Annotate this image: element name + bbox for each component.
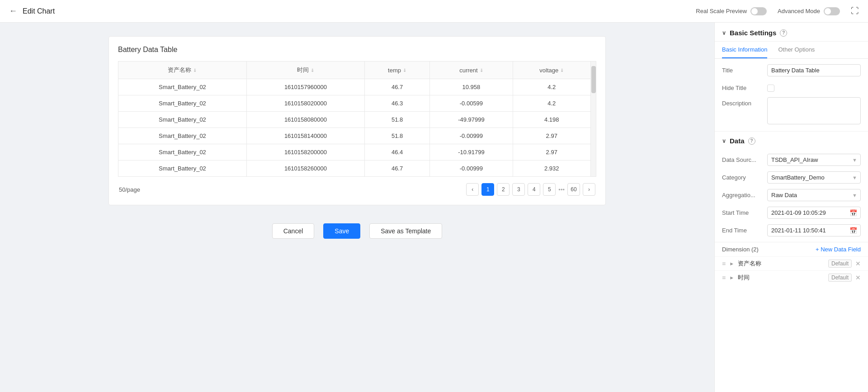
data-source-select[interactable]: TSDB_API_AIraw (767, 154, 861, 166)
title-row: Title (722, 64, 861, 76)
start-time-label: Start Time (722, 207, 763, 216)
page-prev-button[interactable]: ‹ (466, 183, 479, 196)
data-source-row: Data Sourc... TSDB_API_AIraw ▼ (722, 154, 861, 166)
topbar: ← Edit Chart Real Scale Preview Advanced… (0, 0, 868, 23)
fullscreen-icon[interactable]: ⛶ (851, 6, 859, 16)
start-time-input[interactable] (767, 207, 861, 219)
table-header-cell: temp⇓ (364, 61, 429, 79)
hide-title-checkbox[interactable] (767, 85, 774, 92)
back-button[interactable]: ← (9, 6, 17, 16)
table-scroll-container[interactable]: 资产名称⇓时间⇓temp⇓current⇓voltage⇓ Smart_Batt… (118, 61, 590, 176)
page-1-button[interactable]: 1 (481, 183, 494, 196)
table-cell: 1610158020000 (246, 95, 364, 112)
hide-title-label: Hide Title (722, 82, 763, 91)
advanced-mode-toggle-group: Advanced Mode (778, 7, 840, 15)
table-cell: 1610157960000 (246, 79, 364, 95)
expand-arrow-icon[interactable]: ► (729, 275, 734, 280)
page-size-label: 50/page (119, 186, 140, 193)
table-row: Smart_Battery_02161015808000051.8-49.979… (118, 112, 590, 128)
start-time-row: Start Time 📅 (722, 207, 861, 219)
data-source-select-wrap: TSDB_API_AIraw ▼ (767, 154, 861, 166)
page-4-button[interactable]: 4 (528, 183, 540, 196)
page-3-button[interactable]: 3 (512, 183, 525, 196)
title-input[interactable] (767, 64, 861, 76)
new-data-field-button[interactable]: + New Data Field (816, 246, 861, 253)
end-time-input[interactable] (767, 224, 861, 236)
tab-basic-information[interactable]: Basic Information (722, 42, 767, 58)
table-row: Smart_Battery_02161015820000046.4-10.917… (118, 144, 590, 161)
data-section-chevron: ∨ (722, 138, 726, 144)
table-row: Smart_Battery_02161015796000046.710.9584… (118, 79, 590, 95)
table-cell: -10.91799 (430, 144, 513, 161)
advanced-mode-label: Advanced Mode (778, 8, 820, 14)
page-controls: ‹ 1 2 3 4 5 ••• 60 › (466, 183, 595, 196)
end-time-control: 📅 (767, 224, 861, 236)
end-time-row: End Time 📅 (722, 224, 861, 236)
category-row: Category SmartBattery_Demo ▼ (722, 171, 861, 184)
advanced-mode-toggle[interactable] (824, 7, 840, 15)
end-time-wrap: 📅 (767, 224, 861, 236)
dimension-remove-button[interactable]: ✕ (855, 260, 861, 267)
table-cell: 1610158260000 (246, 161, 364, 177)
table-cell: 51.8 (364, 128, 429, 144)
drag-handle-icon[interactable]: ≡ (722, 260, 726, 267)
basic-settings-title: Basic Settings (730, 29, 776, 37)
title-label: Title (722, 64, 763, 74)
page-2-button[interactable]: 2 (497, 183, 509, 196)
dimension-header: Dimension (2) + New Data Field (715, 242, 868, 256)
tab-other-options[interactable]: Other Options (778, 42, 815, 58)
page-5-button[interactable]: 5 (543, 183, 556, 196)
real-scale-toggle[interactable] (750, 7, 767, 15)
dimension-tag: Default (828, 274, 852, 282)
table-container: 资产名称⇓时间⇓temp⇓current⇓voltage⇓ Smart_Batt… (118, 61, 596, 177)
hide-title-control (767, 82, 861, 92)
category-select[interactable]: SmartBattery_Demo (767, 171, 861, 184)
page-last-button[interactable]: 60 (567, 183, 580, 196)
basic-settings-help-icon[interactable]: ? (780, 29, 787, 37)
table-cell: 1610158080000 (246, 112, 364, 128)
aggregation-label: Aggregatio... (722, 189, 763, 198)
cancel-button[interactable]: Cancel (272, 223, 315, 239)
data-source-label: Data Sourc... (722, 154, 763, 163)
description-label: Description (722, 97, 763, 107)
real-scale-toggle-group: Real Scale Preview (696, 7, 767, 15)
table-row: Smart_Battery_02161015814000051.8-0.0099… (118, 128, 590, 144)
description-row: Description (722, 97, 861, 126)
aggregation-control: Raw Data ▼ (767, 189, 861, 201)
dimension-remove-button[interactable]: ✕ (855, 274, 861, 281)
table-cell: Smart_Battery_02 (118, 112, 246, 128)
aggregation-select[interactable]: Raw Data (767, 189, 861, 201)
data-source-control: TSDB_API_AIraw ▼ (767, 154, 861, 166)
scrollbar-thumb (591, 66, 596, 93)
table-vertical-scrollbar[interactable] (590, 61, 596, 176)
table-cell: 4.198 (513, 112, 590, 128)
basic-info-form: Title Hide Title Description (715, 59, 868, 132)
pagination: 50/page ‹ 1 2 3 4 5 ••• 60 › (118, 183, 596, 196)
table-cell: -0.00999 (430, 128, 513, 144)
table-cell: 46.7 (364, 79, 429, 95)
action-bar: Cancel Save Save as Template (272, 223, 443, 239)
category-label: Category (722, 171, 763, 181)
category-control: SmartBattery_Demo ▼ (767, 171, 861, 184)
table-header-cell: 资产名称⇓ (118, 61, 246, 79)
table-header-cell: 时间⇓ (246, 61, 364, 79)
page-next-button[interactable]: › (583, 183, 595, 196)
table-cell: 46.7 (364, 161, 429, 177)
table-cell: -0.00599 (430, 95, 513, 112)
main-layout: Battery Data Table 资产名称⇓时间⇓temp⇓current⇓… (0, 23, 868, 392)
drag-handle-icon[interactable]: ≡ (722, 274, 726, 281)
save-button[interactable]: Save (323, 223, 360, 239)
table-cell: 1610158140000 (246, 128, 364, 144)
right-panel: ∨ Basic Settings ? Basic Information Oth… (714, 23, 868, 392)
expand-arrow-icon[interactable]: ► (729, 261, 734, 266)
data-section-header: ∨ Data ? (715, 132, 868, 148)
table-cell: -0.00999 (430, 161, 513, 177)
start-time-wrap: 📅 (767, 207, 861, 219)
table-cell: -49.97999 (430, 112, 513, 128)
table-cell: 1610158200000 (246, 144, 364, 161)
table-row: Smart_Battery_02161015802000046.3-0.0059… (118, 95, 590, 112)
table-cell: Smart_Battery_02 (118, 161, 246, 177)
save-as-template-button[interactable]: Save as Template (369, 223, 442, 239)
description-textarea[interactable] (767, 97, 861, 124)
data-section-help-icon[interactable]: ? (748, 137, 755, 145)
